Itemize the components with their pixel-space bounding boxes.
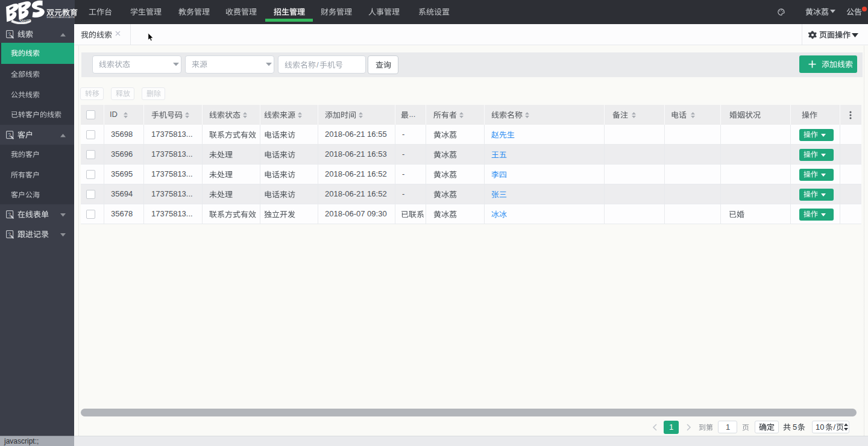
svg-text:SHUANG YUAN EDUCATION: SHUANG YUAN EDUCATION xyxy=(46,16,75,19)
svg-text:?: ? xyxy=(8,212,11,218)
svg-text:Steap: Steap xyxy=(19,17,31,24)
svg-text:?: ? xyxy=(8,31,11,37)
svg-text:?: ? xyxy=(8,132,11,138)
svg-text:?: ? xyxy=(8,231,11,237)
